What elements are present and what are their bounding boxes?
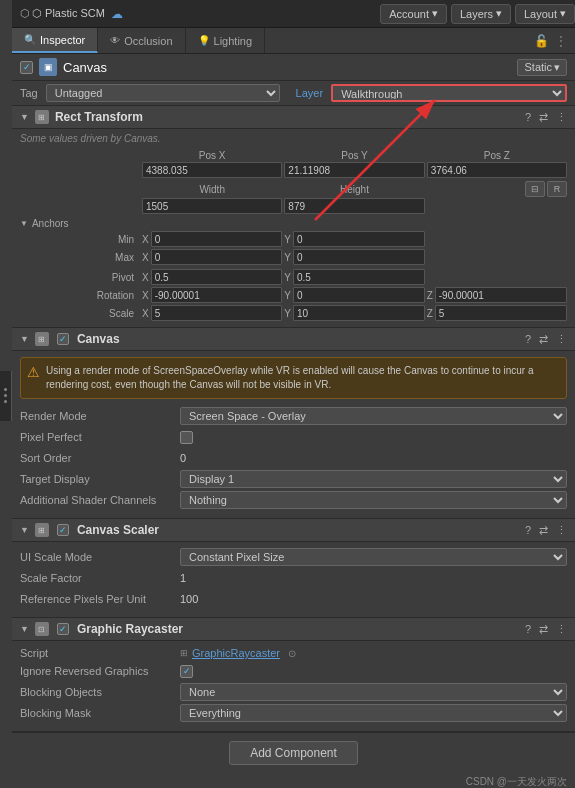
layout-button[interactable]: Layout ▾ [515, 4, 575, 24]
layers-button[interactable]: Layers ▾ [451, 4, 511, 24]
layer-select[interactable]: Walkthrough [331, 84, 567, 102]
ui-scale-mode-select[interactable]: Constant Pixel Size [180, 548, 567, 566]
scaler-help-btn[interactable]: ? [525, 524, 531, 536]
tag-select[interactable]: Untagged [46, 84, 280, 102]
max-x-prefix: X [142, 252, 149, 263]
pos-z-input[interactable] [427, 162, 567, 178]
rect-help-btn[interactable]: ? [525, 111, 531, 123]
inspector-tab-label: Inspector [40, 34, 85, 46]
rotation-y-input[interactable] [293, 287, 425, 303]
canvas-help-btn[interactable]: ? [525, 333, 531, 345]
lock-icon[interactable]: 🔓 [534, 34, 549, 48]
scaler-settings-btn[interactable]: ⇄ [539, 524, 548, 537]
anchors-label: Anchors [32, 218, 69, 229]
pixel-perfect-checkbox[interactable] [180, 431, 193, 444]
plasticscm-icon: ⬡ [20, 7, 30, 20]
pos-x-header: Pos X [142, 150, 282, 161]
ref-pixels-label: Reference Pixels Per Unit [20, 593, 180, 605]
anchors-arrow[interactable]: ▼ [20, 219, 28, 228]
canvas-scaler-title: Canvas Scaler [77, 523, 519, 537]
lighting-tab-label: Lighting [214, 35, 253, 47]
canvas-scaler-checkbox[interactable]: ✓ [57, 524, 69, 536]
canvas-name: Canvas [63, 60, 107, 75]
scale-label: Scale [20, 308, 140, 319]
rect-more-btn[interactable]: ⋮ [556, 111, 567, 124]
max-x-input[interactable] [151, 249, 283, 265]
pos-y-input[interactable] [284, 162, 424, 178]
scaler-more-btn[interactable]: ⋮ [556, 524, 567, 537]
rotation-label: Rotation [20, 290, 140, 301]
account-button[interactable]: Account ▾ [380, 4, 447, 24]
warning-text: Using a render mode of ScreenSpaceOverla… [46, 364, 560, 392]
height-input[interactable] [284, 198, 424, 214]
static-arrow: ▾ [554, 61, 560, 74]
min-y-input[interactable] [293, 231, 425, 247]
pivot-y-input[interactable] [293, 269, 425, 285]
scale-factor-label: Scale Factor [20, 572, 180, 584]
render-mode-select[interactable]: Screen Space - Overlay [180, 407, 567, 425]
ignore-reversed-checkbox[interactable]: ✓ [180, 665, 193, 678]
canvas-component-checkbox[interactable]: ✓ [57, 333, 69, 345]
raycaster-settings-btn[interactable]: ⇄ [539, 623, 548, 636]
occlusion-tab-label: Occlusion [124, 35, 172, 47]
script-circle-icon[interactable]: ⊙ [288, 648, 296, 659]
graphic-raycaster-header[interactable]: ▼ ⊡ ✓ Graphic Raycaster ? ⇄ ⋮ [12, 618, 575, 641]
graphic-raycaster-arrow: ▼ [20, 624, 29, 634]
canvas-scaler-header[interactable]: ▼ ⊞ ✓ Canvas Scaler ? ⇄ ⋮ [12, 519, 575, 542]
canvas-checkbox[interactable]: ✓ [20, 61, 33, 74]
target-display-label: Target Display [20, 473, 180, 485]
cloud-icon: ☁ [111, 7, 123, 21]
target-display-select[interactable]: Display 1 [180, 470, 567, 488]
static-badge[interactable]: Static ▾ [517, 59, 567, 76]
shader-channels-label: Additional Shader Channels [20, 494, 180, 506]
pivot-label: Pivot [20, 272, 140, 283]
min-x-input[interactable] [151, 231, 283, 247]
pos-y-header: Pos Y [284, 150, 424, 161]
tab-inspector[interactable]: 🔍 Inspector [12, 28, 98, 53]
canvas-component-content: ⚠ Using a render mode of ScreenSpaceOver… [12, 351, 575, 519]
graphic-raycaster-checkbox[interactable]: ✓ [57, 623, 69, 635]
tab-occlusion[interactable]: 👁 Occlusion [98, 28, 185, 53]
static-label: Static [524, 61, 552, 73]
scale-z-input[interactable] [435, 305, 567, 321]
rotation-z-input[interactable] [435, 287, 567, 303]
more-icon[interactable]: ⋮ [555, 34, 567, 48]
account-arrow: ▾ [432, 7, 438, 20]
width-header: Width [142, 184, 282, 195]
rotation-x-input[interactable] [151, 287, 283, 303]
sort-order-value: 0 [180, 452, 567, 464]
raycaster-help-btn[interactable]: ? [525, 623, 531, 635]
stretch-w-btn[interactable]: ⊟ [525, 181, 545, 197]
layer-label: Layer [296, 87, 324, 99]
script-value[interactable]: GraphicRaycaster [192, 647, 280, 659]
watermark: CSDN @一天发火两次 [12, 773, 575, 788]
shader-channels-select[interactable]: Nothing [180, 491, 567, 509]
blocking-mask-label: Blocking Mask [20, 707, 180, 719]
stretch-r-btn[interactable]: R [547, 181, 567, 197]
canvas-settings-btn[interactable]: ⇄ [539, 333, 548, 346]
pixel-perfect-label: Pixel Perfect [20, 431, 180, 443]
pos-x-input[interactable] [142, 162, 282, 178]
blocking-objects-select[interactable]: None [180, 683, 567, 701]
ref-pixels-value: 100 [180, 593, 567, 605]
tab-lighting[interactable]: 💡 Lighting [186, 28, 266, 53]
rect-settings-btn[interactable]: ⇄ [539, 111, 548, 124]
width-input[interactable] [142, 198, 282, 214]
max-y-input[interactable] [293, 249, 425, 265]
blocking-mask-select[interactable]: Everything [180, 704, 567, 722]
add-component-button[interactable]: Add Component [229, 741, 358, 765]
canvas-scaler-icon: ⊞ [35, 523, 49, 537]
warning-icon: ⚠ [27, 364, 40, 380]
scale-y-input[interactable] [293, 305, 425, 321]
side-handle[interactable] [0, 371, 12, 421]
layout-arrow: ▾ [560, 7, 566, 20]
scale-x-input[interactable] [151, 305, 283, 321]
top-bar: ⬡ ⬡ Plastic SCM ☁ Account ▾ Layers ▾ Lay… [12, 0, 575, 28]
canvas-component-header[interactable]: ▼ ⊞ ✓ Canvas ? ⇄ ⋮ [12, 328, 575, 351]
raycaster-more-btn[interactable]: ⋮ [556, 623, 567, 636]
canvas-more-btn[interactable]: ⋮ [556, 333, 567, 346]
pivot-x-input[interactable] [151, 269, 283, 285]
canvas-component-icon: ⊞ [35, 332, 49, 346]
layers-arrow: ▾ [496, 7, 502, 20]
rect-transform-header[interactable]: ▼ ⊞ Rect Transform ? ⇄ ⋮ [12, 106, 575, 129]
